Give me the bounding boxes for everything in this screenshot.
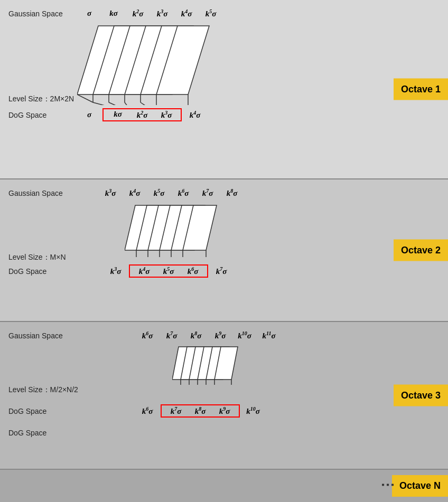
octave-1-section: Octave 1 Gaussian Space σ kσ k2σ k3σ k4σ…: [0, 0, 448, 179]
octave3-gaussian-header: Gaussian Space k6σ k7σ k8σ k9σ k10σ k11σ: [8, 330, 440, 340]
octave2-sigma-labels: k3σ k4σ k5σ k6σ k7σ k8σ: [98, 188, 244, 198]
octave-3-section: Octave 3 Gaussian Space k6σ k7σ k8σ k9σ …: [0, 322, 448, 470]
octave2-pages-svg: [125, 200, 283, 258]
octave3-dog-label: DoG Space: [8, 407, 72, 415]
octave3-sigma-labels: k6σ k7σ k8σ k9σ k10σ k11σ: [135, 330, 281, 340]
oct3-sigma-2: k7σ: [160, 330, 184, 340]
oct1-sigma-6: k5σ: [199, 8, 223, 18]
octave3-level-size: Level Size：M/2×N/2: [8, 385, 440, 395]
oct2-sigma-2: k4σ: [123, 188, 147, 198]
octave-n-section: ⋮ Octave N: [0, 470, 448, 502]
octave1-pages: [77, 21, 440, 105]
octave1-sigma-labels: σ kσ k2σ k3σ k4σ k5σ: [77, 8, 223, 18]
octave3-pages-svg: [172, 343, 288, 387]
octave-2-section: Octave 2 Gaussian Space k3σ k4σ k5σ k6σ …: [0, 179, 448, 322]
octave2-pages: [125, 200, 440, 258]
oct3-dog-sigma-h3: k9σ: [212, 406, 237, 416]
octave3-dog-label-text: DoG Space: [8, 429, 46, 437]
octave3-dog-sigmas: k6σ k7σ k8σ k9σ k10σ: [135, 404, 265, 418]
oct3-dog-sigma-h1: k7σ: [164, 406, 188, 416]
octave-3-badge: Octave 3: [394, 385, 448, 406]
ellipsis-dots: ⋮: [379, 478, 395, 494]
octave1-dog-label: DoG Space: [8, 111, 72, 119]
oct2-dog-sigma-plain-2: k7σ: [209, 266, 234, 276]
octave2-dog-row: DoG Space k3σ k4σ k5σ k6σ k7σ: [8, 264, 440, 278]
octave3-pages: [172, 343, 440, 387]
oct3-sigma-5: k10σ: [232, 330, 257, 340]
octave2-dog-label: DoG Space: [8, 267, 72, 276]
oct1-sigma-4: k3σ: [150, 8, 174, 18]
oct1-dog-sigma-h3: k3σ: [154, 110, 179, 120]
oct3-dog-highlighted: k7σ k8σ k9σ: [161, 404, 240, 418]
oct1-dog-sigma-plain-1: σ: [77, 110, 101, 119]
oct1-dog-highlighted: kσ k2σ k3σ: [102, 108, 182, 121]
octave3-dog-label-bottom: DoG Space: [8, 428, 440, 438]
octave2-level-size: Level Size：M×N: [8, 253, 440, 262]
main-container: Octave 1 Gaussian Space σ kσ k2σ k3σ k4σ…: [0, 0, 448, 502]
oct3-sigma-3: k8σ: [184, 330, 208, 340]
oct2-sigma-5: k7σ: [195, 188, 220, 198]
octave-n-inner: ⋮ Octave N: [0, 470, 448, 502]
oct1-sigma-3: k2σ: [126, 8, 150, 18]
oct1-sigma-5: k4σ: [174, 8, 199, 18]
oct3-sigma-4: k9σ: [208, 330, 232, 340]
octave3-level-size-label: Level Size：M/2×N/2: [8, 385, 78, 395]
oct3-dog-sigma-plain-1: k6σ: [135, 406, 160, 416]
oct1-sigma-2: kσ: [101, 9, 126, 18]
oct1-dog-sigma-plain-2: k4σ: [183, 110, 207, 120]
octave3-dog-row: DoG Space k6σ k7σ k8σ k9σ k10σ: [8, 404, 440, 418]
oct2-sigma-6: k8σ: [220, 188, 244, 198]
oct1-dog-sigma-h1: kσ: [106, 110, 130, 120]
octave2-level-size-label: Level Size：M×N: [8, 253, 66, 262]
octave2-gaussian-label: Gaussian Space: [8, 189, 72, 197]
oct2-sigma-1: k3σ: [98, 188, 123, 198]
octave2-dog-sigmas: k3σ k4σ k5σ k6σ k7σ: [104, 264, 234, 278]
octave-1-badge: Octave 1: [394, 79, 448, 100]
octave1-dog-sigmas: σ kσ k2σ k3σ k4σ: [77, 108, 207, 121]
oct2-dog-highlighted: k4σ k5σ k6σ: [129, 264, 208, 278]
oct1-dog-sigma-h2: k2σ: [130, 110, 154, 120]
octave1-gaussian-header: Gaussian Space σ kσ k2σ k3σ k4σ k5σ: [8, 8, 440, 18]
oct2-dog-sigma-h2: k5σ: [156, 266, 181, 276]
oct2-dog-sigma-plain-1: k3σ: [104, 266, 128, 276]
oct3-sigma-1: k6σ: [135, 330, 160, 340]
octave2-gaussian-header: Gaussian Space k3σ k4σ k5σ k6σ k7σ k8σ: [8, 188, 440, 198]
octave1-level-size-label: Level Size：2M×2N: [8, 94, 74, 104]
oct3-dog-sigma-h2: k8σ: [188, 406, 212, 416]
octave-n-badge: Octave N: [392, 475, 448, 497]
octave1-level-size: Level Size：2M×2N: [8, 94, 440, 104]
oct3-dog-sigma-plain-2: k10σ: [241, 406, 265, 416]
oct3-sigma-6: k11σ: [257, 330, 281, 340]
octave-2-badge: Octave 2: [394, 240, 448, 261]
octave1-pages-svg: [77, 21, 299, 105]
oct2-sigma-4: k6σ: [171, 188, 195, 198]
octave1-gaussian-label: Gaussian Space: [8, 10, 72, 18]
oct2-sigma-3: k5σ: [147, 188, 171, 198]
octave3-gaussian-label: Gaussian Space: [8, 331, 72, 340]
oct2-dog-sigma-h3: k6σ: [181, 266, 205, 276]
oct1-sigma-1: σ: [77, 9, 101, 18]
octave1-dog-row: DoG Space σ kσ k2σ k3σ k4σ: [8, 108, 440, 121]
oct2-dog-sigma-h1: k4σ: [132, 266, 156, 276]
